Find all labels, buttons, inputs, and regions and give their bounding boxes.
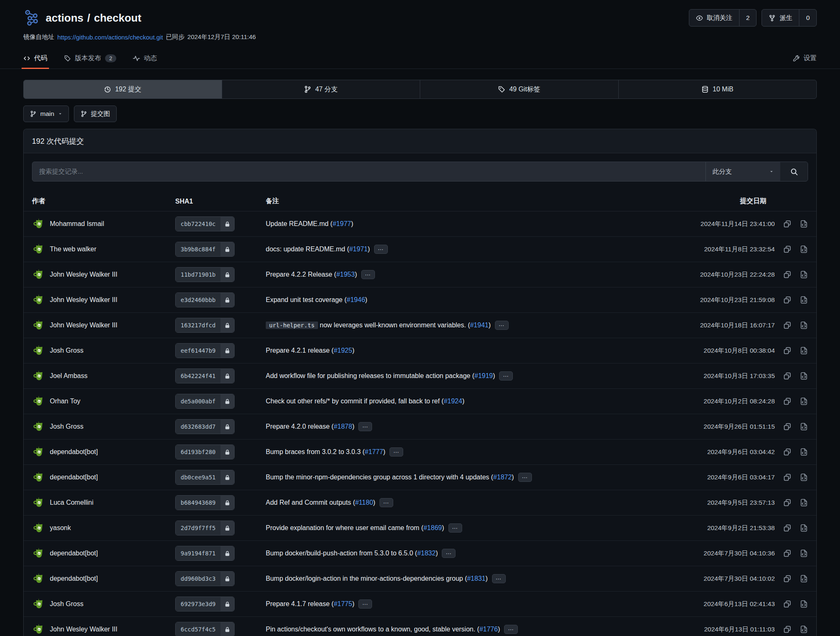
browse-source-button[interactable] [800, 600, 808, 608]
repo-name-link[interactable]: checkout [94, 12, 141, 25]
browse-source-button[interactable] [800, 422, 808, 431]
avatar[interactable] [32, 446, 44, 458]
copy-sha-button[interactable] [783, 245, 791, 253]
commit-sha-button[interactable]: 163217dfcd [175, 318, 235, 333]
commit-sha-button[interactable]: 692973e3d9 [175, 597, 235, 611]
issue-link[interactable]: #1946 [347, 296, 365, 303]
issue-link[interactable]: #1869 [424, 524, 442, 531]
commit-author-name[interactable]: dependabot[bot] [50, 474, 98, 481]
copy-sha-button[interactable] [783, 549, 791, 557]
commit-sha-button[interactable]: 6ccd57f4c5 [175, 622, 235, 636]
commit-graph-button[interactable]: 提交图 [74, 106, 117, 122]
issue-link[interactable]: #1977 [333, 220, 351, 227]
commit-sha-button[interactable]: eef61447b9 [175, 343, 235, 358]
copy-sha-button[interactable] [783, 422, 791, 431]
avatar[interactable] [32, 268, 44, 281]
browse-source-button[interactable] [800, 346, 808, 355]
issue-link[interactable]: #1775 [334, 600, 353, 607]
avatar[interactable] [32, 344, 44, 357]
commit-sha-button[interactable]: 11bd71901b [175, 267, 235, 282]
issue-link[interactable]: #1924 [444, 398, 463, 405]
avatar[interactable] [32, 370, 44, 382]
copy-sha-button[interactable] [783, 600, 791, 608]
avatar[interactable] [32, 395, 44, 408]
browse-source-button[interactable] [800, 448, 808, 456]
copy-sha-button[interactable] [783, 220, 791, 228]
copy-sha-button[interactable] [783, 448, 791, 456]
tab-releases[interactable]: 版本发布 2 [64, 48, 116, 69]
avatar[interactable] [32, 598, 44, 610]
browse-source-button[interactable] [800, 372, 808, 380]
commit-author-name[interactable]: Luca Comellini [50, 499, 93, 506]
avatar[interactable] [32, 243, 44, 255]
search-button[interactable] [780, 162, 808, 181]
expand-commit-message-button[interactable]: ⋯ [504, 625, 518, 634]
browse-source-button[interactable] [800, 473, 808, 481]
avatar[interactable] [32, 623, 44, 636]
forks-count[interactable]: 0 [799, 10, 816, 26]
issue-link[interactable]: #1831 [467, 575, 486, 582]
copy-sha-button[interactable] [783, 524, 791, 532]
expand-commit-message-button[interactable]: ⋯ [492, 574, 506, 583]
unwatch-button[interactable]: 取消关注 2 [689, 9, 757, 27]
commit-author-name[interactable]: John Wesley Walker III [50, 626, 118, 633]
browse-source-button[interactable] [800, 321, 808, 329]
commit-author-name[interactable]: Josh Gross [50, 423, 83, 430]
commit-author-name[interactable]: Orhan Toy [50, 398, 81, 405]
tab-activity[interactable]: 动态 [133, 48, 157, 69]
commit-author-name[interactable]: Mohammad Ismail [50, 220, 104, 228]
commit-sha-button[interactable]: de5a000abf [175, 394, 235, 409]
expand-commit-message-button[interactable]: ⋯ [499, 371, 513, 381]
browse-source-button[interactable] [800, 397, 808, 405]
issue-link[interactable]: #1953 [336, 271, 355, 278]
browse-source-button[interactable] [800, 296, 808, 304]
copy-sha-button[interactable] [783, 346, 791, 355]
avatar[interactable] [32, 294, 44, 306]
copy-sha-button[interactable] [783, 498, 791, 507]
avatar[interactable] [32, 572, 44, 585]
commit-author-name[interactable]: The web walker [50, 246, 96, 253]
avatar[interactable] [32, 420, 44, 433]
commit-author-name[interactable]: John Wesley Walker III [50, 271, 118, 278]
commit-sha-button[interactable]: 6d193bf280 [175, 444, 235, 459]
copy-sha-button[interactable] [783, 270, 791, 279]
issue-link[interactable]: #1872 [493, 474, 512, 481]
copy-sha-button[interactable] [783, 372, 791, 380]
avatar[interactable] [32, 547, 44, 560]
copy-sha-button[interactable] [783, 397, 791, 405]
avatar[interactable] [32, 218, 44, 230]
mirror-url-link[interactable]: https://github.com/actions/checkout.git [57, 34, 163, 41]
browse-source-button[interactable] [800, 245, 808, 253]
issue-link[interactable]: #1971 [349, 246, 368, 253]
commit-sha-button[interactable]: b684943689 [175, 495, 235, 510]
expand-commit-message-button[interactable]: ⋯ [442, 549, 456, 558]
commit-author-name[interactable]: yasonk [50, 524, 71, 532]
commit-sha-button[interactable]: e3d2460bbb [175, 292, 235, 307]
avatar[interactable] [32, 319, 44, 332]
commit-sha-button[interactable]: d632683dd7 [175, 419, 235, 434]
commit-author-name[interactable]: dependabot[bot] [50, 550, 98, 557]
commit-sha-button[interactable]: 9a9194f871 [175, 546, 235, 561]
browse-source-button[interactable] [800, 270, 808, 279]
expand-commit-message-button[interactable]: ⋯ [380, 498, 393, 507]
issue-link[interactable]: #1180 [355, 499, 373, 506]
commit-author-name[interactable]: dependabot[bot] [50, 575, 98, 582]
fork-button[interactable]: 派生 0 [762, 9, 817, 27]
commit-author-name[interactable]: Joel Ambass [50, 372, 88, 380]
browse-source-button[interactable] [800, 498, 808, 507]
commit-author-name[interactable]: Josh Gross [50, 347, 83, 354]
expand-commit-message-button[interactable]: ⋯ [358, 422, 372, 431]
commit-sha-button[interactable]: db0cee9a51 [175, 470, 235, 485]
expand-commit-message-button[interactable]: ⋯ [358, 599, 372, 609]
stat-tags[interactable]: 49 Git标签 [420, 80, 618, 98]
copy-sha-button[interactable] [783, 473, 791, 481]
expand-commit-message-button[interactable]: ⋯ [495, 321, 509, 330]
avatar[interactable] [32, 471, 44, 484]
avatar[interactable] [32, 496, 44, 509]
issue-link[interactable]: #1925 [334, 347, 353, 354]
copy-sha-button[interactable] [783, 575, 791, 583]
commit-sha-button[interactable]: 2d7d9f7ff5 [175, 521, 235, 535]
issue-link[interactable]: #1919 [474, 372, 493, 379]
copy-sha-button[interactable] [783, 321, 791, 329]
issue-link[interactable]: #1832 [417, 550, 436, 557]
